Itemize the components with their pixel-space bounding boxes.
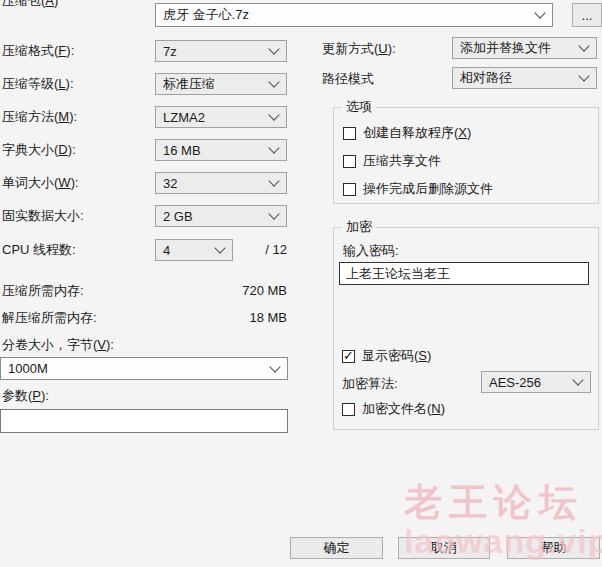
- ok-button[interactable]: 确定: [290, 537, 383, 559]
- volume-size-combobox[interactable]: 1000M: [0, 357, 288, 380]
- encryption-method-label: 加密算法:: [342, 376, 398, 392]
- cpu-threads-max: / 12: [155, 242, 287, 258]
- archive-name-combobox[interactable]: 虎牙 金子心.7z: [155, 3, 553, 27]
- chevron-down-icon: [268, 76, 279, 87]
- memory-compress-value: 720 MB: [155, 283, 287, 299]
- volume-size-label: 分卷大小，字节(V):: [2, 337, 114, 353]
- update-mode-dropdown[interactable]: 添加并替换文件: [452, 37, 597, 59]
- parameters-label: 参数(P):: [2, 388, 49, 404]
- chevron-down-icon: [578, 70, 589, 81]
- cpu-threads-label: CPU 线程数:: [2, 242, 76, 258]
- checkbox-icon: [342, 403, 355, 416]
- chevron-down-icon: [269, 361, 280, 372]
- add-to-archive-dialog: { "archive": { "label": {"pre": "压缩包(", …: [0, 0, 602, 567]
- checkbox-icon: ✓: [342, 350, 355, 363]
- archive-name-value: 虎牙 金子心.7z: [163, 6, 249, 24]
- help-button[interactable]: 帮助: [507, 537, 600, 559]
- encryption-group: 加密 输入密码: ✓ 显示密码(S) 加密算法: AES-256 加密文件名(N…: [333, 227, 599, 430]
- word-size-dropdown[interactable]: 32: [155, 172, 287, 194]
- word-size-label: 单词大小(W):: [2, 175, 79, 191]
- chevron-down-icon: [268, 109, 279, 120]
- encryption-group-title: 加密: [342, 219, 376, 235]
- method-label: 压缩方法(M):: [2, 109, 77, 125]
- browse-button[interactable]: ...: [572, 3, 602, 27]
- method-dropdown[interactable]: LZMA2: [155, 106, 287, 128]
- dictionary-size-dropdown[interactable]: 16 MB: [155, 139, 287, 161]
- cancel-button[interactable]: 取消: [398, 537, 490, 559]
- dictionary-size-label: 字典大小(D):: [2, 142, 76, 158]
- chevron-down-icon: [268, 175, 279, 186]
- level-label: 压缩等级(L):: [2, 76, 74, 92]
- chevron-down-icon: [268, 142, 279, 153]
- archive-label: 压缩包(A): [2, 0, 58, 9]
- checkbox-icon: [343, 127, 356, 140]
- watermark-text: 老王论坛: [404, 477, 584, 528]
- memory-compress-label: 压缩所需内存:: [2, 283, 84, 299]
- enter-password-label: 输入密码:: [343, 243, 399, 259]
- solid-block-size-dropdown[interactable]: 2 GB: [155, 205, 287, 227]
- chevron-down-icon: [268, 208, 279, 219]
- level-dropdown[interactable]: 标准压缩: [155, 73, 287, 95]
- delete-source-after-checkbox[interactable]: 操作完成后删除源文件: [343, 181, 493, 197]
- checkbox-icon: [343, 183, 356, 196]
- format-label: 压缩格式(F):: [2, 43, 74, 59]
- chevron-down-icon: [268, 43, 279, 54]
- chevron-down-icon: [578, 40, 589, 51]
- memory-decompress-value: 18 MB: [155, 310, 287, 326]
- path-mode-dropdown[interactable]: 相对路径: [452, 67, 597, 89]
- memory-decompress-label: 解压缩所需内存:: [2, 310, 97, 326]
- path-mode-label: 路径模式: [322, 71, 374, 87]
- checkbox-icon: [343, 155, 356, 168]
- format-dropdown[interactable]: 7z: [155, 40, 287, 62]
- chevron-down-icon: [534, 7, 545, 18]
- update-mode-label: 更新方式(U):: [322, 41, 396, 57]
- compress-shared-files-checkbox[interactable]: 压缩共享文件: [343, 153, 441, 169]
- show-password-checkbox[interactable]: ✓ 显示密码(S): [342, 348, 431, 364]
- password-input[interactable]: [339, 262, 589, 285]
- parameters-input[interactable]: [0, 409, 288, 433]
- create-sfx-checkbox[interactable]: 创建自释放程序(X): [343, 125, 471, 141]
- solid-block-size-label: 固实数据大小:: [2, 208, 84, 224]
- options-group: 选项 创建自释放程序(X) 压缩共享文件 操作完成后删除源文件: [333, 107, 599, 204]
- encryption-method-dropdown[interactable]: AES-256: [481, 371, 591, 393]
- options-group-title: 选项: [342, 99, 376, 115]
- chevron-down-icon: [572, 374, 583, 385]
- encrypt-file-names-checkbox[interactable]: 加密文件名(N): [342, 401, 445, 417]
